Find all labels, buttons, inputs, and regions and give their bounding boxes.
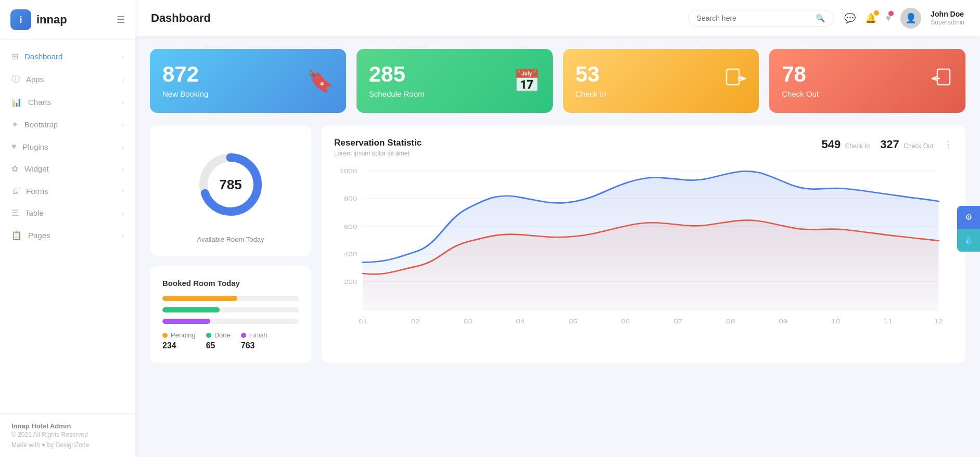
- stat-number-checkout: 78: [782, 63, 819, 85]
- charts-icon: 📊: [11, 97, 22, 107]
- chart-checkout-num: 327: [880, 138, 899, 151]
- pages-icon: 📋: [11, 230, 22, 240]
- svg-text:09: 09: [779, 318, 787, 325]
- legend-dot-pending: [162, 333, 168, 338]
- svg-text:02: 02: [411, 318, 420, 325]
- svg-text:07: 07: [673, 318, 682, 325]
- stat-label-schedule: Schedule Room: [369, 89, 425, 98]
- chevron-right-icon: ›: [122, 143, 124, 150]
- sidebar-item-label: Plugins: [23, 142, 116, 151]
- stat-card-schedule-room[interactable]: 285 Schedule Room 📅: [357, 49, 553, 113]
- stat-label-checkout: Check Out: [782, 89, 819, 98]
- svg-text:800: 800: [344, 195, 358, 202]
- svg-text:11: 11: [884, 318, 893, 325]
- sidebar-footer: Innap Hotel Admin © 2021 All Rights Rese…: [0, 413, 135, 457]
- chevron-right-icon: ›: [122, 76, 124, 83]
- chart-svg-container: 1000 800 600 400 200: [334, 165, 953, 332]
- booked-card: Booked Room Today: [150, 266, 311, 363]
- stat-card-check-in[interactable]: 53 Check In: [563, 49, 759, 113]
- sidebar-item-forms[interactable]: 🖨 Forms ›: [0, 180, 135, 202]
- sidebar-header: i innap ☰: [0, 0, 135, 40]
- legend-label-finish: Finish: [249, 331, 268, 339]
- chart-stats: 549 Check In 327 Check Out ⋮: [822, 138, 953, 151]
- svg-text:03: 03: [464, 318, 473, 325]
- svg-text:1000: 1000: [339, 168, 357, 175]
- messages-icon-btn[interactable]: 💬: [844, 12, 856, 24]
- progress-bg-2: [162, 307, 299, 312]
- theme-float-btn[interactable]: 💧: [957, 229, 980, 252]
- apps-icon: ⓘ: [11, 74, 20, 85]
- sidebar-item-bootstrap[interactable]: ✦ Bootstrap ›: [0, 113, 135, 136]
- progress-item-3: [162, 319, 299, 324]
- chevron-right-icon: ›: [122, 99, 124, 106]
- sidebar-item-label: Pages: [28, 231, 116, 240]
- chart-checkin-num: 549: [822, 138, 841, 151]
- widget-icon: ✿: [11, 164, 18, 174]
- progress-item-2: [162, 307, 299, 312]
- svg-text:600: 600: [344, 223, 358, 230]
- stat-card-new-booking[interactable]: 872 New Booking 🔖: [150, 49, 346, 113]
- progress-bg-3: [162, 319, 299, 324]
- sidebar-item-apps[interactable]: ⓘ Apps ›: [0, 68, 135, 91]
- booked-title: Booked Room Today: [162, 279, 299, 288]
- chart-stat-checkout: 327 Check Out: [880, 138, 933, 151]
- logo-icon: i: [10, 9, 31, 30]
- user-info: John Doe Superadmin: [931, 9, 964, 27]
- chart-subtitle: Lorem ipsum dolor sit amet: [334, 150, 422, 157]
- chart-card: Reservation Statistic Lorem ipsum dolor …: [322, 125, 965, 363]
- checkout-icon: [930, 67, 953, 95]
- right-float-panel: ⚙ 💧: [957, 206, 980, 252]
- svg-text:400: 400: [344, 251, 358, 258]
- legend-label-pending: Pending: [171, 331, 196, 339]
- svg-rect-2: [937, 69, 950, 85]
- stat-number-schedule: 285: [369, 63, 425, 85]
- svg-text:08: 08: [726, 318, 735, 325]
- sidebar-item-table[interactable]: ☰ Table ›: [0, 202, 135, 224]
- legend-dot-done: [206, 333, 211, 338]
- svg-rect-0: [727, 69, 739, 85]
- header: Dashboard 🔍 💬 🔔 ♥ 👤 John Doe Superadmin: [135, 0, 980, 36]
- search-input[interactable]: [697, 14, 812, 22]
- hamburger-icon[interactable]: ☰: [117, 14, 125, 25]
- more-options-icon[interactable]: ⋮: [944, 139, 953, 150]
- chart-checkout-label: Check Out: [903, 142, 933, 150]
- plugins-icon: ♥: [11, 142, 17, 151]
- sidebar-item-charts[interactable]: 📊 Charts ›: [0, 91, 135, 113]
- chevron-right-icon: ›: [122, 54, 124, 60]
- footer-made: Made with ♥ by DexignZone: [11, 441, 124, 449]
- legend-item-finish: Finish 763: [241, 331, 268, 350]
- main-area: Dashboard 🔍 💬 🔔 ♥ 👤 John Doe Superadmin: [135, 0, 980, 457]
- favorites-icon-btn[interactable]: ♥: [886, 13, 892, 24]
- chart-stat-checkin: 549 Check In: [822, 138, 870, 151]
- user-name: John Doe: [931, 9, 964, 19]
- settings-float-btn[interactable]: ⚙: [957, 206, 980, 229]
- progress-item-1: [162, 296, 299, 301]
- svg-text:01: 01: [359, 318, 367, 325]
- stat-card-check-out[interactable]: 78 Check Out: [769, 49, 965, 113]
- checkin-icon: [723, 67, 746, 95]
- sidebar-item-dashboard[interactable]: ⊞ Dashboard ›: [0, 45, 135, 68]
- search-bar[interactable]: 🔍: [688, 10, 834, 27]
- left-panel: 785 Available Room Today Booked Room Tod…: [150, 125, 311, 363]
- avatar: 👤: [900, 8, 921, 29]
- stat-label-booking: New Booking: [162, 89, 208, 98]
- legend-dot-finish: [241, 333, 246, 338]
- chevron-right-icon: ›: [122, 232, 124, 239]
- svg-text:12: 12: [934, 318, 943, 325]
- legend-val-finish: 763: [241, 341, 268, 350]
- legend-val-done: 65: [206, 341, 231, 350]
- sidebar-item-widget[interactable]: ✿ Widget ›: [0, 158, 135, 180]
- footer-copy: © 2021 All Rights Reserved: [11, 431, 124, 438]
- sidebar-item-label: Forms: [26, 187, 116, 195]
- progress-bg-1: [162, 296, 299, 301]
- svg-text:05: 05: [569, 318, 578, 325]
- footer-brand: Innap Hotel Admin: [11, 422, 124, 430]
- sidebar-item-pages[interactable]: 📋 Pages ›: [0, 224, 135, 246]
- notifications-icon-btn[interactable]: 🔔: [865, 12, 876, 24]
- sidebar-item-plugins[interactable]: ♥ Plugins ›: [0, 136, 135, 158]
- bootstrap-icon: ✦: [11, 120, 18, 129]
- user-role: Superadmin: [931, 19, 964, 27]
- schedule-icon: 📅: [513, 68, 540, 94]
- progress-fill-3: [162, 319, 210, 324]
- legend-item-pending: Pending 234: [162, 331, 196, 350]
